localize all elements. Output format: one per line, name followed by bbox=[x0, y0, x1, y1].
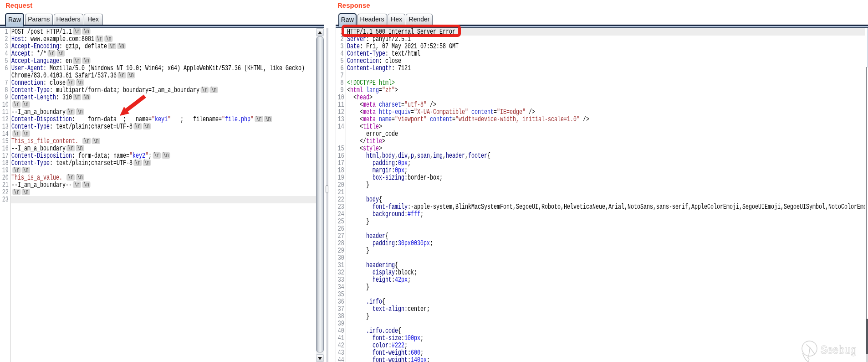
svg-text:Seebug: Seebug bbox=[821, 343, 857, 356]
